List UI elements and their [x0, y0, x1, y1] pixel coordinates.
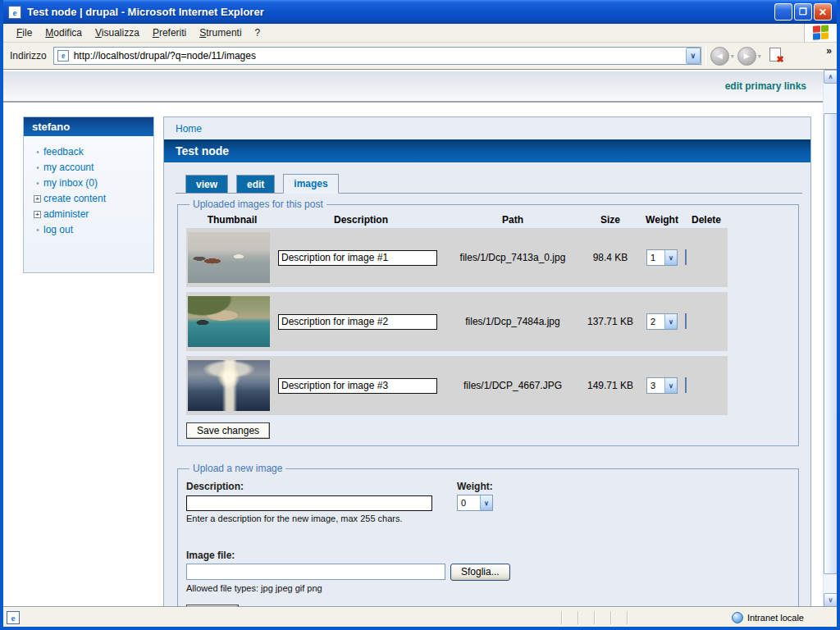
sidebar-item-label[interactable]: my inbox (0) — [43, 177, 98, 189]
scrollbar-thumb[interactable] — [824, 113, 837, 574]
windows-logo-icon — [804, 24, 837, 42]
statusbar-separator — [627, 611, 628, 624]
chevron-down-icon: ∨ — [664, 378, 677, 393]
minimize-icon: _ — [781, 11, 786, 21]
ie-window-icon: e — [8, 6, 21, 19]
weight-select-1[interactable]: 1 ∨ — [646, 249, 678, 266]
address-input[interactable]: e http://localhost/drupal/?q=node/11/ima… — [53, 47, 701, 65]
delete-checkbox-3[interactable] — [685, 377, 687, 393]
breadcrumb-home-link[interactable]: Home — [176, 123, 202, 135]
sidebar-item-label[interactable]: feedback — [43, 146, 84, 158]
scroll-up-button[interactable]: ∧ — [824, 70, 837, 84]
sidebar-item-my-inbox[interactable]: • my inbox (0) — [32, 177, 148, 189]
scroll-down-button[interactable]: ∨ — [824, 593, 837, 607]
page-status-icon: e — [7, 611, 20, 624]
image-file-input[interactable] — [186, 564, 445, 580]
expand-plus-icon[interactable]: + — [34, 211, 41, 218]
col-thumbnail: Thumbnail — [186, 214, 278, 226]
delete-checkbox-1[interactable] — [685, 249, 687, 265]
edit-primary-links-link[interactable]: edit primary links — [725, 80, 806, 92]
sidebar-item-my-account[interactable]: • my account — [32, 162, 148, 173]
table-row: files/1/Dcp_7413a_0.jpg 98.4 KB 1 ∨ — [186, 228, 728, 287]
weight-select-2[interactable]: 2 ∨ — [646, 313, 678, 330]
save-changes-button[interactable]: Save changes — [186, 422, 270, 439]
col-description: Description — [278, 214, 444, 226]
vertical-scrollbar[interactable]: ∧ ∨ — [823, 70, 837, 607]
menu-strumenti[interactable]: Strumenti — [193, 25, 248, 41]
new-description-input[interactable] — [186, 495, 432, 511]
back-button[interactable]: ◀ — [710, 47, 729, 66]
chevron-down-icon: ∨ — [664, 314, 677, 329]
site-header: edit primary links — [3, 71, 823, 101]
tab-edit[interactable]: edit — [236, 175, 275, 193]
browser-window: e Test node | drupal - Microsoft Interne… — [0, 0, 840, 630]
close-icon: ✕ — [819, 7, 827, 18]
weight-select-3[interactable]: 3 ∨ — [646, 377, 678, 394]
toolbar-overflow-chevron[interactable]: » — [826, 45, 832, 57]
upload-legend: Upload a new image — [189, 463, 285, 474]
upload-fieldset: Upload a new image Description: Enter a … — [177, 463, 799, 607]
forward-button[interactable]: ▶ — [737, 47, 756, 66]
thumbnail-image-3 — [188, 360, 270, 411]
description-input-1[interactable] — [278, 250, 437, 266]
window-title: Test node | drupal - Microsoft Internet … — [27, 6, 774, 18]
address-label: Indirizzo — [10, 50, 47, 62]
thumbnail-image-1 — [188, 232, 270, 283]
sidebar-item-label[interactable]: create content — [43, 193, 106, 204]
sidebar-item-label[interactable]: log out — [43, 224, 73, 235]
browse-button[interactable]: Sfoglia... — [450, 564, 510, 581]
main-content: Home Test node view edit images Uploaded… — [163, 116, 811, 607]
tab-view[interactable]: view — [185, 175, 228, 193]
col-weight: Weight — [639, 214, 685, 226]
sidebar-item-label[interactable]: administer — [43, 208, 89, 220]
minimize-button[interactable]: _ — [774, 3, 792, 21]
address-dropdown-button[interactable]: ∨ — [686, 48, 701, 64]
forward-dropdown-caret[interactable]: ▾ — [758, 52, 761, 60]
forward-icon: ▶ — [744, 52, 750, 60]
ie-page-icon: e — [57, 50, 69, 62]
tab-images[interactable]: images — [283, 174, 338, 194]
statusbar-separator — [561, 611, 563, 624]
description-input-3[interactable] — [278, 378, 437, 394]
sidebar-item-log-out[interactable]: • log out — [32, 224, 148, 235]
menu-modifica[interactable]: Modifica — [39, 25, 89, 41]
bullet-icon: • — [32, 179, 43, 188]
back-icon: ◀ — [717, 52, 723, 60]
menu-visualizza[interactable]: Visualizza — [89, 25, 146, 41]
title-bar: e Test node | drupal - Microsoft Interne… — [3, 0, 837, 24]
sidebar-item-create-content[interactable]: + create content — [32, 193, 148, 204]
security-zone-label: Intranet locale — [747, 613, 804, 623]
image-file-label: Image file: — [186, 550, 792, 561]
weight-value: 2 — [647, 317, 664, 326]
path-value: files/1/Dcp_7484a.jpg — [444, 316, 582, 327]
menu-preferiti[interactable]: Preferiti — [146, 25, 193, 41]
sidebar-user-menu: stefano • feedback • my account • my inb… — [23, 116, 154, 273]
weight-value: 0 — [458, 498, 480, 508]
statusbar-separator — [578, 611, 579, 624]
menu-help[interactable]: ? — [249, 25, 267, 41]
restore-button[interactable]: ❐ — [794, 3, 812, 21]
col-size: Size — [582, 214, 639, 226]
new-weight-select[interactable]: 0 ∨ — [457, 495, 493, 511]
file-types-help: Allowed file types: jpg jpeg gif png — [186, 583, 792, 593]
stop-button[interactable]: ✖ — [768, 47, 784, 65]
status-bar: e Intranet locale — [3, 607, 837, 627]
chevron-down-icon: ∨ — [690, 52, 696, 60]
menu-bar: File Modifica Visualizza Preferiti Strum… — [3, 24, 837, 43]
menu-file[interactable]: File — [10, 25, 39, 41]
bullet-icon: • — [32, 163, 43, 172]
sidebar-item-feedback[interactable]: • feedback — [32, 146, 148, 158]
restore-icon: ❐ — [799, 7, 807, 17]
expand-plus-icon[interactable]: + — [34, 195, 41, 203]
delete-checkbox-2[interactable] — [685, 313, 687, 329]
table-row: files/1/DCP_4667.JPG 149.71 KB 3 ∨ — [186, 356, 728, 415]
description-input-2[interactable] — [278, 314, 437, 330]
close-button[interactable]: ✕ — [814, 3, 832, 21]
path-value: files/1/DCP_4667.JPG — [444, 380, 582, 391]
back-dropdown-caret[interactable]: ▾ — [731, 52, 734, 60]
bullet-icon: • — [32, 226, 43, 235]
sidebar-item-label[interactable]: my account — [43, 162, 94, 173]
sidebar-item-administer[interactable]: + administer — [32, 208, 148, 220]
weight-value: 1 — [647, 253, 664, 262]
col-delete: Delete — [685, 214, 728, 226]
